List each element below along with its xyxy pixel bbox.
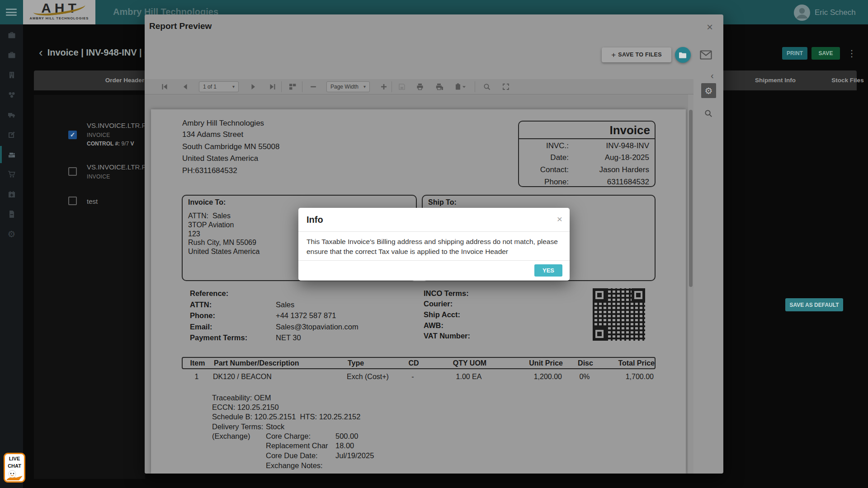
save-as-default-button[interactable]: SAVE AS DEFAULT	[785, 298, 843, 311]
collapse-panel-icon[interactable]: ‹	[711, 70, 714, 81]
save-to-files-button[interactable]: +SAVE TO FILES	[602, 47, 671, 62]
email-value: Sales@3topaviation.com	[276, 323, 359, 331]
logo-caption: AMBRY HILL TECHNOLOGIES	[23, 16, 95, 20]
multi-page-icon[interactable]	[288, 83, 297, 91]
avatar[interactable]	[794, 5, 810, 21]
export-icon[interactable]	[454, 83, 466, 91]
report-checkbox[interactable]	[68, 197, 77, 205]
cell-cd: -	[399, 371, 426, 382]
document-icon	[7, 210, 16, 219]
vat-number-label: VAT Number:	[424, 332, 470, 340]
ship-to-label: Ship To:	[428, 198, 457, 206]
exchange-notes-label: Exchange Notes:	[266, 461, 323, 470]
print-page-icon[interactable]	[435, 83, 443, 91]
col-disc: Disc	[574, 358, 597, 368]
invoice-doc-title: Invoice	[519, 122, 655, 139]
report-checkbox[interactable]	[68, 167, 77, 176]
save-to-files-label: SAVE TO FILES	[618, 52, 662, 58]
folder-button[interactable]	[675, 47, 691, 63]
invc-value: INV-948-INV	[606, 140, 649, 152]
invoice-to-line: Rush City, MN 55069	[188, 239, 256, 247]
company-logo[interactable]: AHT AMBRY HILL TECHNOLOGIES	[23, 0, 95, 24]
live-chat-label-1: LIVE	[5, 456, 24, 461]
sidebar-item-cart[interactable]	[0, 164, 23, 184]
core-due-date-value: Jul/19/2025	[335, 451, 374, 460]
last-page-icon[interactable]	[269, 83, 277, 91]
info-close-icon[interactable]: ×	[557, 214, 562, 225]
caret-down-icon: ▾	[232, 82, 235, 92]
search-panel-icon[interactable]	[704, 109, 713, 118]
close-icon[interactable]: ×	[707, 21, 713, 33]
zoom-in-icon[interactable]	[380, 83, 388, 91]
report-item-type: INVOICE	[87, 174, 110, 180]
page-title: Invoice | INV-948-INV | Cor	[47, 47, 160, 57]
email-button[interactable]	[700, 50, 712, 61]
sidebar-item-edit[interactable]	[0, 125, 23, 145]
sidebar-item-document[interactable]	[0, 204, 23, 224]
first-page-icon[interactable]	[160, 83, 169, 91]
cell-unit-price: 1,200.00	[517, 371, 562, 382]
next-page-icon[interactable]	[250, 83, 258, 91]
date-value: Aug-18-2025	[605, 152, 649, 164]
zoom-out-icon[interactable]	[309, 83, 317, 91]
live-chat-label-2: CHAT	[5, 463, 24, 469]
report-item-title[interactable]: test	[87, 197, 98, 205]
invoice-to-label: Invoice To:	[188, 198, 226, 206]
company-address: South Cambridge MN 55008	[182, 142, 279, 151]
envelope-icon	[700, 50, 712, 60]
company-address: 134 Adams Street	[182, 130, 243, 139]
sidebar-item-register-active[interactable]	[0, 145, 23, 164]
sidebar-item-briefcase[interactable]	[0, 25, 23, 45]
cell-total-price: 1,700.00	[609, 371, 654, 382]
tab-shipment-info[interactable]: Shipment Info	[744, 77, 807, 84]
tab-stock-files[interactable]: Stock Files	[818, 77, 868, 84]
phone-row-value: +44 1372 587 871	[276, 311, 336, 320]
fullscreen-icon[interactable]	[502, 83, 510, 91]
document-preview-area[interactable]: Ambry Hill Technologies 134 Adams Street…	[145, 94, 688, 474]
scrollbar-thumb[interactable]	[689, 110, 693, 287]
sidebar-item-calendar[interactable]	[0, 184, 23, 204]
exchange-label: (Exchange)	[212, 432, 250, 441]
menu-icon[interactable]	[6, 9, 17, 16]
save-button[interactable]: SAVE	[811, 47, 840, 60]
yes-button[interactable]: YES	[534, 264, 562, 277]
eccn-line: ECCN: 120.25.2150	[212, 403, 279, 412]
scrollbar[interactable]	[688, 94, 693, 474]
invoice-to-line: ATTN: Sales	[188, 212, 231, 220]
delivery-terms-label: Delivery Terms:	[212, 422, 263, 431]
info-dialog: Info × This Taxable Invoice's Billing ad…	[298, 208, 570, 281]
sidebar-item-briefcase-alt[interactable]	[0, 45, 23, 65]
items-table-row: 1 DK120 / BEACON Exch (Cost+) - 1.00 EA …	[182, 371, 656, 381]
sidebar-item-cubes[interactable]	[0, 85, 23, 105]
control-extra: V	[131, 141, 134, 147]
search-icon[interactable]	[483, 83, 491, 91]
live-chat-widget[interactable]: LIVE CHAT	[4, 453, 25, 483]
sidebar-item-settings[interactable]: ⚙	[0, 224, 23, 244]
awb-label: AWB:	[424, 321, 443, 330]
contact-value: Jason Harders	[599, 164, 649, 176]
contact-label: Contact:	[519, 164, 569, 176]
chat-mascot-icon	[5, 469, 24, 481]
sidebar-item-building[interactable]	[0, 65, 23, 85]
zoom-mode-select[interactable]: Page Width▾	[326, 81, 370, 92]
invoice-page: Ambry Hill Technologies 134 Adams Street…	[151, 109, 686, 474]
modal-title: Report Preview	[149, 21, 212, 31]
report-list-panel	[34, 95, 145, 479]
print-button[interactable]: PRINT	[782, 47, 807, 60]
prev-page-icon[interactable]	[181, 83, 189, 91]
sidebar-item-truck[interactable]	[0, 105, 23, 125]
back-icon[interactable]: ‹	[39, 46, 43, 59]
settings-tab[interactable]: ⚙	[701, 83, 716, 98]
user-name[interactable]: Eric Schech	[815, 8, 856, 17]
report-item-title[interactable]: VS.INVOICE.LTR.P	[87, 122, 146, 129]
ship-acct-label: Ship Acct:	[424, 310, 460, 319]
col-cd: CD	[400, 358, 427, 368]
report-checkbox-checked[interactable]: ✓	[68, 131, 77, 139]
page-number-select[interactable]: 1 of 1▾	[199, 81, 239, 92]
calendar-add-icon	[7, 190, 16, 199]
core-due-date-label: Core Due Date:	[266, 451, 318, 460]
print-icon[interactable]	[416, 83, 424, 91]
more-menu-icon[interactable]: ⋮	[847, 48, 856, 59]
schedule-hts-line: Schedule B: 120.25.2151 HTS: 120.25.2152	[212, 413, 360, 421]
report-item-title[interactable]: VS.INVOICE.LTR.P	[87, 163, 146, 171]
